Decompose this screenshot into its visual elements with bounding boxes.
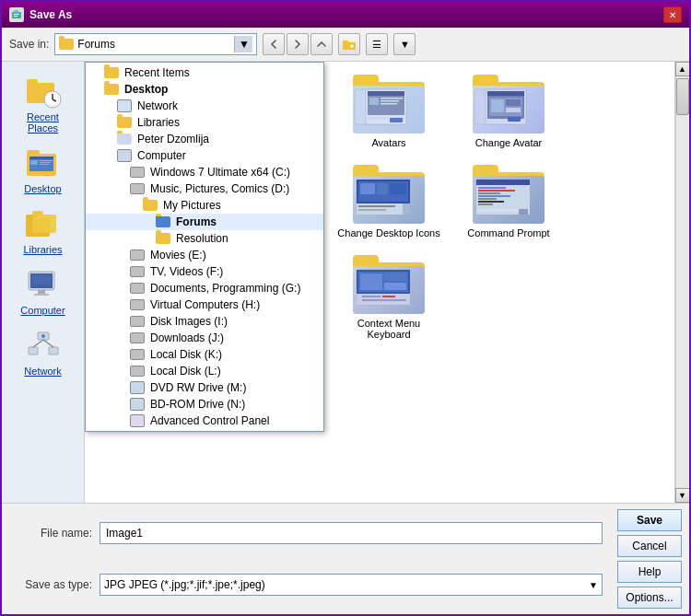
desktop-icon xyxy=(25,145,62,181)
dropdown-item-bdrom[interactable]: BD-ROM Drive (N:) xyxy=(86,396,323,413)
svg-rect-40 xyxy=(368,91,404,96)
filetype-value: JPG JPEG (*.jpg;*.jif;*.jpe;*.jpeg) xyxy=(104,578,265,591)
file-item-change-avatar[interactable]: Change Avatar xyxy=(453,71,564,152)
folder-avatars-icon xyxy=(353,75,425,134)
dropdown-label: DVD RW Drive (M:) xyxy=(150,381,246,394)
options-button[interactable]: Options... xyxy=(617,587,682,609)
folder-dropdown[interactable]: Recent Items Desktop Network Libraries P… xyxy=(85,62,324,432)
save-in-combo[interactable]: Forums ▼ xyxy=(54,33,257,55)
svg-rect-70 xyxy=(478,190,515,192)
recent-places-icon xyxy=(25,73,62,110)
dropdown-item-localk[interactable]: Local Disk (K:) xyxy=(86,346,323,363)
extra-buttons: Help Options... xyxy=(617,561,682,609)
dropdown-item-acp[interactable]: Advanced Control Panel xyxy=(86,413,323,429)
sidebar-item-desktop[interactable]: Desktop xyxy=(6,141,80,198)
dropdown-label: Libraries xyxy=(137,116,180,129)
dropdown-item-network[interactable]: Network xyxy=(86,98,323,114)
dropdown-item-movies[interactable]: Movies (E:) xyxy=(86,247,323,263)
action-buttons: Save Cancel xyxy=(617,509,682,557)
scroll-down-button[interactable]: ▼ xyxy=(675,488,690,503)
views-button[interactable]: ☰ xyxy=(366,33,388,55)
hdd-icon-k xyxy=(130,349,145,360)
forward-button[interactable] xyxy=(287,33,309,55)
back-button[interactable] xyxy=(263,33,285,55)
dropdown-item-computer[interactable]: Computer xyxy=(86,147,323,164)
network-icon xyxy=(25,327,62,364)
svg-rect-60 xyxy=(377,183,388,194)
current-folder-text: Forums xyxy=(77,38,230,51)
dropdown-item-locall[interactable]: Local Disk (L:) xyxy=(86,363,323,379)
filetype-combo[interactable]: JPG JPEG (*.jpg;*.jif;*.jpe;*.jpeg) ▼ xyxy=(100,574,603,596)
svg-rect-63 xyxy=(358,205,395,207)
dropdown-item-virtual[interactable]: Virtual Computers (H:) xyxy=(86,296,323,313)
dropdown-item-downloads[interactable]: Downloads (J:) xyxy=(86,330,323,346)
sidebar-item-network[interactable]: Network xyxy=(6,323,80,380)
dropdown-item-resolution[interactable]: Resolution xyxy=(86,230,323,247)
dropdown-item-recent[interactable]: Recent Items xyxy=(86,64,323,81)
sidebar-item-libraries[interactable]: Libraries xyxy=(6,202,80,259)
file-label: Change Desktop Icons xyxy=(337,227,439,238)
save-button[interactable]: Save xyxy=(617,509,682,531)
dropdown-item-forums[interactable]: Forums xyxy=(86,214,323,230)
dropdown-label: Movies (E:) xyxy=(150,249,206,262)
scroll-thumb[interactable] xyxy=(676,78,689,115)
dropdown-item-music[interactable]: Music, Pictures, Comics (D:) xyxy=(86,180,323,197)
dropdown-item-desktop[interactable]: Desktop xyxy=(86,81,323,98)
dropdown-label: Forums xyxy=(176,215,217,228)
dropdown-label: Network xyxy=(137,99,178,112)
sidebar-label-libraries: Libraries xyxy=(23,244,62,255)
vertical-scrollbar[interactable]: ▲ ▼ xyxy=(674,62,689,503)
cp-icon xyxy=(130,414,145,427)
bd-icon-n xyxy=(130,398,145,411)
file-grid: Avatars xyxy=(324,62,674,503)
title-controls: ✕ xyxy=(663,6,682,23)
scroll-track[interactable] xyxy=(675,76,690,488)
up-button[interactable] xyxy=(310,33,333,55)
svg-rect-1 xyxy=(14,10,18,13)
dropdown-item-documents[interactable]: Documents, Programming (G:) xyxy=(86,280,323,296)
folder-body xyxy=(353,262,425,314)
filename-input[interactable] xyxy=(100,522,603,544)
dropdown-label: Documents, Programming (G:) xyxy=(150,282,300,295)
combo-arrow[interactable]: ▼ xyxy=(589,580,598,590)
svg-rect-53 xyxy=(506,99,521,106)
file-label: Command Prompt xyxy=(467,227,549,238)
file-label: Change Avatar xyxy=(475,137,543,148)
views-dropdown[interactable]: ▼ xyxy=(393,33,416,55)
help-button[interactable]: Help xyxy=(617,561,682,583)
sidebar-item-recent-places[interactable]: Recent Places xyxy=(6,69,80,137)
svg-rect-83 xyxy=(384,283,406,290)
dropdown-label: Computer xyxy=(137,149,186,162)
svg-rect-50 xyxy=(487,91,524,96)
dropdown-item-win7[interactable]: Windows 7 Ultimate x64 (C:) xyxy=(86,164,323,180)
dropdown-item-diskimages[interactable]: Disk Images (I:) xyxy=(86,313,323,330)
cancel-button[interactable]: Cancel xyxy=(617,535,682,557)
combo-dropdown-arrow[interactable]: ▼ xyxy=(234,36,252,52)
dropdown-item-peter[interactable]: Peter Dzomlija xyxy=(86,131,323,147)
folder-preview xyxy=(353,86,425,134)
libraries-icon xyxy=(25,205,62,242)
svg-rect-64 xyxy=(358,209,386,211)
svg-rect-75 xyxy=(478,203,493,205)
file-item-avatars[interactable]: Avatars xyxy=(334,71,444,152)
dropdown-item-dvdrw[interactable]: DVD RW Drive (M:) xyxy=(86,379,323,396)
svg-rect-74 xyxy=(478,201,504,203)
dropdown-item-libraries[interactable]: Libraries xyxy=(86,114,323,131)
file-item-command-prompt[interactable]: Command Prompt xyxy=(453,161,564,242)
svg-rect-81 xyxy=(360,273,382,290)
dropdown-item-mypictures[interactable]: My Pictures xyxy=(86,197,323,214)
file-item-context-menu[interactable]: Context Menu Keyboard xyxy=(334,251,444,343)
folder-change-avatar-icon xyxy=(473,75,545,134)
sidebar-item-computer[interactable]: Computer xyxy=(6,262,80,320)
svg-rect-71 xyxy=(478,192,500,194)
dropdown-item-tvvideos[interactable]: TV, Videos (F:) xyxy=(86,263,323,280)
new-folder-button[interactable] xyxy=(338,33,360,55)
file-item-change-desktop[interactable]: Change Desktop Icons xyxy=(334,161,444,242)
scroll-up-button[interactable]: ▲ xyxy=(675,62,690,76)
svg-point-36 xyxy=(41,334,45,338)
close-button[interactable]: ✕ xyxy=(663,6,682,23)
svg-rect-46 xyxy=(390,118,403,122)
svg-rect-77 xyxy=(519,209,528,215)
dropdown-label: Recent Items xyxy=(124,66,190,79)
folder-body xyxy=(473,82,545,134)
